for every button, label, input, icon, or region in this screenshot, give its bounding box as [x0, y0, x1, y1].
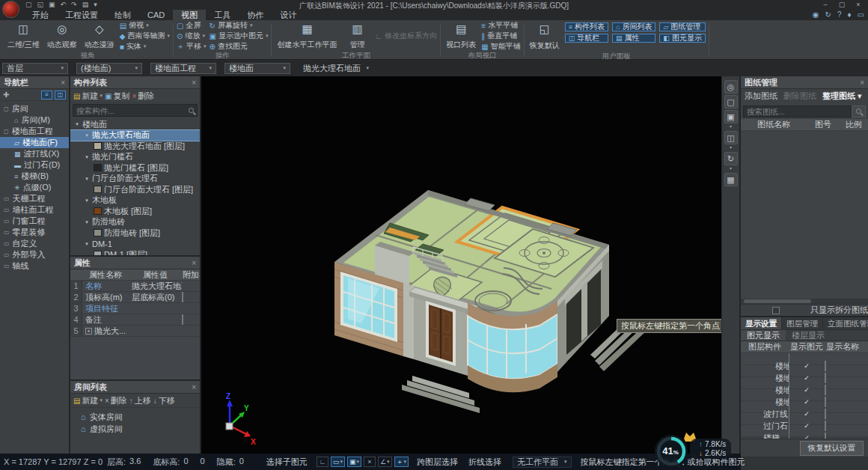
sidebar-item[interactable]: ≡楼梯(B)	[0, 171, 69, 182]
ribbon-button[interactable]: ▣显示选中图元▾	[210, 31, 269, 40]
tree-row[interactable]: 门厅台阶面大理石 [图层]	[70, 184, 200, 195]
attach-checkbox[interactable]	[182, 314, 183, 325]
tree-row[interactable]: ▾防滑地砖	[70, 217, 200, 228]
navigator-group-1[interactable]: ◻楼地面工程	[0, 126, 69, 137]
box-view-icon[interactable]: ◫	[724, 131, 738, 144]
toolbar-button-1[interactable]: ×删除	[105, 395, 127, 406]
tree-row[interactable]: 防滑地砖 [图层]	[70, 228, 200, 239]
navigator-group-0[interactable]: ◻房间	[0, 103, 69, 115]
ribbon-toggle[interactable]: ◫导航栏	[565, 34, 608, 43]
toolbar-button-0[interactable]: ▤新建▾	[73, 395, 103, 406]
angle-snap-icon[interactable]: ∠▾	[378, 457, 392, 467]
ribbon-toggle[interactable]: ▤属性	[612, 34, 655, 43]
user-avatar-icon[interactable]: ◉	[813, 10, 819, 20]
sidebar-item[interactable]: ⌂房间(M)	[0, 115, 69, 126]
sidebar-item[interactable]: ▱楼地面(F)	[0, 137, 69, 148]
show-name-checkbox[interactable]	[825, 361, 826, 371]
ribbon-button[interactable]: ∟修改坐标系方向	[375, 31, 437, 40]
drawing-search-input[interactable]	[747, 107, 848, 116]
layout-grid-icon[interactable]: ▦	[724, 173, 738, 186]
menu-tab-3[interactable]: CAD	[139, 10, 173, 20]
ribbon-button[interactable]: ＋平移▾	[177, 42, 207, 51]
show-name-checkbox[interactable]	[825, 397, 826, 407]
navigator-group-3[interactable]: ▭墙柱面工程	[0, 204, 69, 216]
drawing-toolbar-button-0[interactable]: 添加图纸	[745, 91, 777, 102]
breadcrumb-select-3[interactable]: 楼地面▾	[224, 63, 290, 74]
ribbon-button[interactable]: ◇动态漫游	[82, 21, 117, 51]
menu-tab-7[interactable]: 设计	[272, 10, 305, 20]
ribbon-toggle[interactable]: ▱图纸管理	[659, 22, 706, 31]
workplane-dropdown[interactable]: 无工作平面 ▾	[513, 457, 572, 468]
ribbon-button[interactable]: ◎动态观察	[45, 21, 79, 51]
select-sub-element-button[interactable]: 选择子图元	[266, 457, 308, 468]
menu-tab-1[interactable]: 工程设置	[57, 10, 106, 20]
tab-0[interactable]: 显示设置	[741, 317, 782, 329]
rotate-view-icon[interactable]: ↻	[724, 152, 738, 165]
menu-tab-6[interactable]: 协作	[239, 10, 272, 20]
sync-icon[interactable]: ↻	[825, 10, 831, 20]
sidebar-item[interactable]: ▬过门石(D)	[0, 159, 69, 171]
navigator-group-4[interactable]: ▭门窗工程	[0, 216, 69, 227]
ribbon-button[interactable]: ≡水平平铺	[481, 21, 520, 30]
component-search-input[interactable]	[76, 106, 189, 115]
list-item[interactable]: ⌂虚拟房间	[70, 423, 200, 435]
minimize-icon[interactable]: –	[817, 0, 834, 9]
close-icon[interactable]: ×	[850, 0, 867, 9]
show-name-checkbox[interactable]	[825, 421, 826, 431]
close-icon[interactable]: ×	[192, 259, 196, 267]
ribbon-button[interactable]: ⊙缩放▾	[177, 31, 207, 40]
app-logo-icon[interactable]	[2, 1, 19, 18]
ribbon-toggle[interactable]: ⌂房间列表	[612, 22, 655, 31]
breadcrumb-select-1[interactable]: (楼地面)▾	[76, 63, 142, 74]
monitor-icon[interactable]: ▭	[858, 10, 864, 20]
ribbon-button[interactable]: ◫二维/三维	[5, 21, 42, 51]
help-icon[interactable]: ?	[837, 10, 842, 20]
coord-entry-icon[interactable]: ＋▾	[394, 457, 409, 467]
breadcrumb-select-4[interactable]: 抛光大理石地面▾	[299, 63, 373, 74]
clear-select-icon[interactable]: ×	[364, 457, 376, 467]
ribbon-button[interactable]: ▦智能平铺	[481, 42, 520, 51]
navigator-group-8[interactable]: ▭轴线	[0, 260, 69, 272]
ribbon-button[interactable]: ▦创建水平工作平面	[275, 21, 339, 51]
tree-row[interactable]: ▾木地板	[70, 195, 200, 207]
expand-icon[interactable]: +	[85, 328, 92, 335]
rect-select-icon[interactable]: ▭▾	[331, 457, 345, 467]
close-icon[interactable]: ×	[192, 79, 196, 87]
ucs-corner-icon[interactable]: ∟	[317, 457, 328, 467]
ribbon-button[interactable]: ◱恢复默认	[528, 21, 562, 52]
tab-1[interactable]: 图层管理	[782, 317, 823, 329]
reset-default-button[interactable]: 恢复默认设置	[800, 441, 864, 456]
tree-row[interactable]: ▾楼地面	[70, 119, 200, 130]
tree-row[interactable]: ▾门厅台阶面大理石	[70, 174, 200, 185]
toolbar-button-0[interactable]: ▤新建▾	[73, 91, 103, 102]
icon-view-icon[interactable]: ◫	[55, 91, 66, 100]
drawing-hscrollbar[interactable]	[741, 299, 868, 304]
drawing-search[interactable]	[743, 106, 852, 117]
view-2d-icon[interactable]: ▢	[724, 95, 738, 109]
navigator-group-7[interactable]: ▭外部导入	[0, 249, 69, 260]
menu-tab-0[interactable]: 开始	[24, 10, 57, 20]
tree-row[interactable]: 木地板 [图层]	[70, 206, 200, 217]
tree-row[interactable]: ▾抛光门槛石	[70, 152, 200, 163]
show-name-checkbox[interactable]	[825, 433, 826, 439]
attach-checkbox[interactable]	[182, 292, 183, 302]
orbit-icon[interactable]: ◎	[724, 80, 738, 94]
ribbon-toggle[interactable]: ≡构件列表	[565, 22, 608, 31]
show-name-checkbox[interactable]	[825, 385, 826, 395]
navigator-group-6[interactable]: ▭自定义	[0, 238, 69, 249]
property-value[interactable]: 抛光大理石地面	[129, 281, 182, 292]
show-name-checkbox[interactable]	[825, 373, 826, 383]
show-element-checkbox[interactable]	[789, 424, 825, 439]
cube-view-icon[interactable]: ▣	[724, 110, 738, 123]
tree-row[interactable]: ▾DM-1	[70, 239, 200, 250]
close-icon[interactable]: ×	[192, 383, 196, 391]
tree-row[interactable]: DM-1 [图层]	[70, 249, 200, 255]
toolbar-button-1[interactable]: ▣复制	[105, 91, 129, 102]
drawing-toolbar-button-2[interactable]: 整理图纸 ▾	[822, 91, 862, 102]
gift-icon[interactable]: ♦	[847, 10, 851, 20]
maximize-icon[interactable]: ▢	[834, 0, 850, 9]
sub-tab-0[interactable]: 图元显示	[741, 330, 786, 341]
split-drawings-checkbox[interactable]	[772, 307, 780, 314]
ribbon-button[interactable]: ↻屏幕旋转▾	[210, 21, 269, 30]
sidebar-item[interactable]: ✳点缀(O)	[0, 182, 69, 193]
